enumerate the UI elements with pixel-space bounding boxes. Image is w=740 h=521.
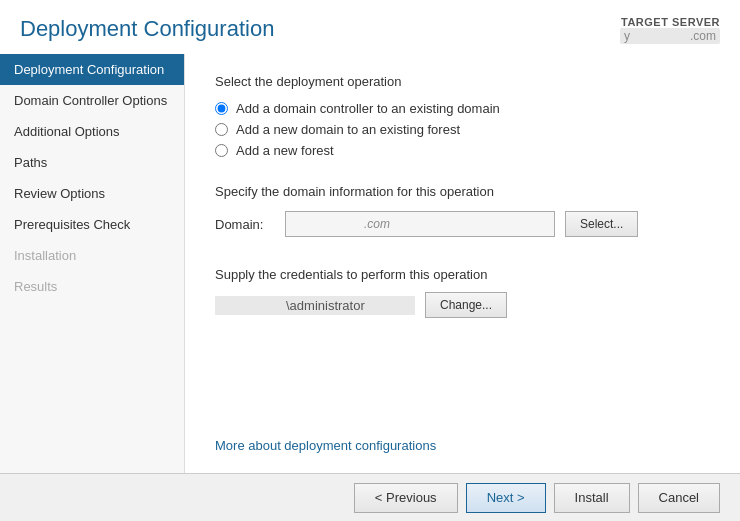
domain-info-title: Specify the domain information for this …	[215, 184, 710, 199]
sidebar-item-prerequisites-check[interactable]: Prerequisites Check	[0, 209, 184, 240]
footer: < Previous Next > Install Cancel	[0, 473, 740, 521]
radio-option-add-new-domain: Add a new domain to an existing forest	[215, 122, 710, 137]
sidebar-item-deployment-configuration[interactable]: Deployment Configuration	[0, 54, 184, 85]
radio-add-new-forest-label[interactable]: Add a new forest	[236, 143, 334, 158]
radio-add-new-domain-label[interactable]: Add a new domain to an existing forest	[236, 122, 460, 137]
credentials-title: Supply the credentials to perform this o…	[215, 267, 710, 282]
radio-option-add-new-forest: Add a new forest	[215, 143, 710, 158]
credentials-value: \administrator	[215, 296, 415, 315]
main-layout: Deployment Configuration Domain Controll…	[0, 54, 740, 473]
target-server-info: TARGET SERVER y .com	[620, 16, 720, 44]
deployment-radio-group: Add a domain controller to an existing d…	[215, 101, 710, 164]
change-button[interactable]: Change...	[425, 292, 507, 318]
domain-input[interactable]	[285, 211, 555, 237]
credentials-section: Supply the credentials to perform this o…	[215, 267, 710, 318]
more-info: More about deployment configurations	[215, 418, 710, 453]
header: Deployment Configuration TARGET SERVER y…	[0, 0, 740, 54]
sidebar-item-results: Results	[0, 271, 184, 302]
radio-add-new-domain[interactable]	[215, 123, 228, 136]
spacer	[215, 318, 710, 418]
select-button[interactable]: Select...	[565, 211, 638, 237]
sidebar-item-paths[interactable]: Paths	[0, 147, 184, 178]
deployment-operation-title: Select the deployment operation	[215, 74, 710, 89]
domain-row: Domain: Select...	[215, 211, 710, 237]
more-info-link[interactable]: More about deployment configurations	[215, 438, 436, 453]
radio-add-dc-existing[interactable]	[215, 102, 228, 115]
radio-add-dc-existing-label[interactable]: Add a domain controller to an existing d…	[236, 101, 500, 116]
sidebar: Deployment Configuration Domain Controll…	[0, 54, 185, 473]
cancel-button[interactable]: Cancel	[638, 483, 720, 513]
page-title: Deployment Configuration	[20, 16, 274, 42]
next-button[interactable]: Next >	[466, 483, 546, 513]
sidebar-item-domain-controller-options[interactable]: Domain Controller Options	[0, 85, 184, 116]
sidebar-item-review-options[interactable]: Review Options	[0, 178, 184, 209]
previous-button[interactable]: < Previous	[354, 483, 458, 513]
content-area: Select the deployment operation Add a do…	[185, 54, 740, 473]
credentials-row: \administrator Change...	[215, 292, 710, 318]
radio-add-new-forest[interactable]	[215, 144, 228, 157]
radio-option-add-dc-existing: Add a domain controller to an existing d…	[215, 101, 710, 116]
sidebar-item-installation: Installation	[0, 240, 184, 271]
sidebar-item-additional-options[interactable]: Additional Options	[0, 116, 184, 147]
target-server-label: TARGET SERVER	[620, 16, 720, 28]
install-button[interactable]: Install	[554, 483, 630, 513]
content-inner: Select the deployment operation Add a do…	[215, 74, 710, 453]
main-window: Deployment Configuration TARGET SERVER y…	[0, 0, 740, 521]
domain-label: Domain:	[215, 217, 285, 232]
target-server-name: y .com	[620, 28, 720, 44]
domain-section: Specify the domain information for this …	[215, 184, 710, 237]
